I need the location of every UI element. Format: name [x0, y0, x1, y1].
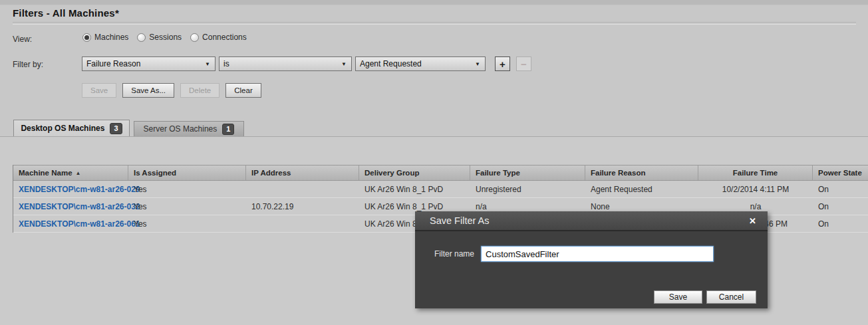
- radio-machines[interactable]: Machines: [82, 33, 128, 42]
- dialog-titlebar[interactable]: Save Filter As ✕: [415, 211, 768, 231]
- machine-name-link[interactable]: XENDESKTOP\cm-w81-ar26-029: [13, 181, 128, 197]
- ip-address-cell: [246, 215, 359, 232]
- table-header-row: Machine Name ▲ Is Assigned IP Address De…: [13, 165, 868, 181]
- failure-reason-cell: Agent Requested: [585, 181, 698, 197]
- is-assigned-cell: Yes: [128, 215, 246, 232]
- power-state-cell: On: [813, 198, 868, 215]
- dialog-buttons: Save Cancel: [654, 290, 756, 304]
- filter-value-dropdown[interactable]: Agent Requested ▼: [355, 56, 486, 71]
- chevron-down-icon: ▼: [205, 61, 210, 67]
- column-header-failure-type[interactable]: Failure Type: [470, 165, 585, 180]
- tab-desktop-os-machines[interactable]: Desktop OS Machines 3: [13, 120, 130, 136]
- view-label: View:: [13, 35, 32, 44]
- dialog-cancel-button[interactable]: Cancel: [706, 290, 756, 304]
- delete-button: Delete: [180, 83, 219, 98]
- page-title: Filters - All Machines*: [13, 7, 119, 19]
- save-as-button[interactable]: Save As...: [122, 83, 174, 98]
- filter-value-value: Agent Requested: [360, 59, 422, 68]
- failure-time-cell: 10/2/2014 4:11 PM: [698, 181, 813, 197]
- ip-address-cell: 10.70.22.19: [246, 198, 359, 215]
- filter-field-value: Failure Reason: [86, 59, 140, 68]
- sort-asc-icon: ▲: [76, 170, 81, 176]
- chevron-down-icon: ▼: [341, 61, 347, 67]
- ip-address-cell: [246, 181, 359, 197]
- is-assigned-cell: Yes: [128, 198, 246, 215]
- filter-by-label: Filter by:: [13, 60, 43, 69]
- radio-sessions-label: Sessions: [149, 33, 182, 42]
- save-button: Save: [82, 83, 116, 98]
- table-row[interactable]: XENDESKTOP\cm-w81-ar26-029 Yes UK Ar26 W…: [13, 181, 868, 198]
- power-state-cell: On: [813, 181, 868, 197]
- power-state-cell: On: [813, 215, 868, 232]
- filter-actions: Save Save As... Delete Clear: [82, 83, 261, 98]
- chevron-down-icon: ▼: [475, 61, 480, 67]
- filter-operator-value: is: [223, 59, 229, 68]
- tab-label: Server OS Machines: [144, 124, 217, 134]
- column-header-failure-reason[interactable]: Failure Reason: [585, 165, 698, 180]
- dialog-title: Save Filter As: [430, 215, 489, 226]
- filter-operator-dropdown[interactable]: is ▼: [219, 56, 352, 71]
- count-badge: 3: [110, 123, 122, 134]
- machine-name-link[interactable]: XENDESKTOP\cm-w81-ar26-061: [13, 215, 128, 232]
- tab-label: Desktop OS Machines: [21, 124, 104, 133]
- column-header-is-assigned[interactable]: Is Assigned: [128, 165, 246, 180]
- failure-type-cell: Unregistered: [470, 181, 585, 197]
- radio-connections[interactable]: Connections: [190, 33, 247, 42]
- radio-icon: [137, 33, 146, 42]
- tab-server-os-machines[interactable]: Server OS Machines 1: [134, 121, 244, 136]
- radio-connections-label: Connections: [202, 33, 247, 42]
- delivery-group-cell: UK Ar26 Win 8_1 PvD: [359, 181, 470, 197]
- radio-machines-label: Machines: [94, 33, 128, 42]
- filter-name-row: Filter name: [434, 246, 714, 262]
- filter-field-dropdown[interactable]: Failure Reason ▼: [82, 56, 216, 71]
- filter-name-input[interactable]: [481, 246, 714, 262]
- column-header-delivery-group[interactable]: Delivery Group: [359, 165, 470, 180]
- remove-filter-button: −: [516, 56, 531, 71]
- top-strip: [0, 0, 868, 5]
- machine-name-link[interactable]: XENDESKTOP\cm-w81-ar26-032: [13, 198, 128, 215]
- radio-sessions[interactable]: Sessions: [137, 33, 182, 42]
- machine-tabs: Desktop OS Machines 3 Server OS Machines…: [13, 120, 244, 136]
- add-filter-button[interactable]: +: [495, 56, 510, 71]
- is-assigned-cell: Yes: [128, 181, 246, 197]
- count-badge: 1: [222, 124, 234, 135]
- radio-icon: [82, 33, 91, 42]
- close-icon[interactable]: ✕: [749, 217, 756, 225]
- radio-icon: [190, 33, 199, 42]
- clear-button[interactable]: Clear: [225, 83, 261, 98]
- column-header-ip-address[interactable]: IP Address: [246, 165, 359, 180]
- save-filter-as-dialog: Save Filter As ✕ Filter name Save Cancel: [415, 211, 768, 308]
- column-header-power-state[interactable]: Power State: [813, 165, 868, 180]
- title-divider: [13, 22, 856, 25]
- column-header-failure-time[interactable]: Failure Time: [698, 165, 813, 180]
- filter-name-label: Filter name: [434, 249, 474, 259]
- dialog-save-button[interactable]: Save: [654, 290, 702, 304]
- column-header-machine-name[interactable]: Machine Name ▲: [13, 165, 128, 180]
- view-radio-group: Machines Sessions Connections: [82, 33, 247, 42]
